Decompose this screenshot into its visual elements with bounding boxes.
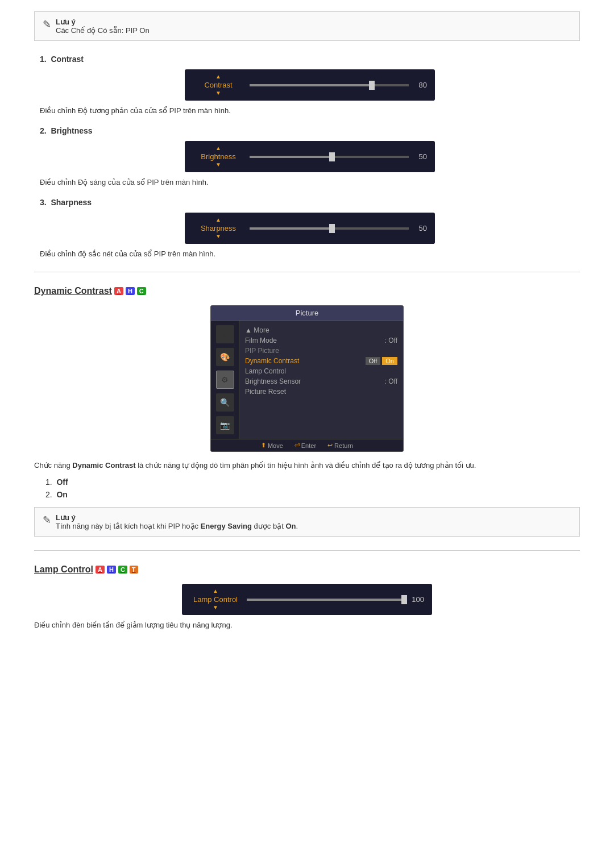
contrast-track xyxy=(250,84,409,86)
brightness-arrow-up[interactable]: ▲ xyxy=(215,146,221,151)
osd-item-pip-label: PIP Picture xyxy=(245,347,279,355)
dc-option-on: 2. On xyxy=(45,490,580,499)
osd-item-dc-label: Dynamic Contrast xyxy=(245,357,299,365)
badge-h: H xyxy=(126,287,135,295)
lamp-fill xyxy=(247,599,403,601)
osd-item-dynamic-contrast[interactable]: Dynamic Contrast Off On xyxy=(245,356,397,366)
osd-return-label: Return xyxy=(334,442,353,449)
osd-item-bs-label: Brightness Sensor xyxy=(245,377,301,385)
contrast-slider[interactable]: ▲ Contrast ▼ 80 xyxy=(185,69,435,101)
note-box-2: ✎ Lưu ý Tính năng này bị tắt kích hoạt k… xyxy=(34,507,580,537)
dynamic-contrast-heading: Dynamic Contrast A H C xyxy=(34,286,580,296)
note-label-1: Lưu ý xyxy=(56,18,76,26)
osd-footer-return: ↩ Return xyxy=(327,442,353,449)
osd-icon-color[interactable]: 🎨 xyxy=(216,348,234,366)
sharpness-track xyxy=(250,227,409,230)
brightness-description: Điều chỉnh Độ sáng của cửa sổ PIP trên m… xyxy=(40,178,580,186)
brightness-arrow-down[interactable]: ▼ xyxy=(215,162,221,168)
osd-move-icon: ⬆ xyxy=(261,442,266,449)
osd-menu: Picture 🖼 🎨 ⚙ 🔍 📷 ▲ More Film Mode : xyxy=(210,305,404,452)
sharpness-track-area: 50 xyxy=(250,224,427,232)
osd-icon-search[interactable]: 🔍 xyxy=(216,393,234,412)
sharpness-section: 3. Sharpness ▲ Sharpness ▼ 50 Điều chỉnh… xyxy=(34,198,580,258)
brightness-item: 2. Brightness ▲ Brightness ▼ 50 Điều chỉ… xyxy=(40,126,580,186)
osd-icon-settings[interactable]: ⚙ xyxy=(216,371,234,389)
osd-item-pip-picture[interactable]: PIP Picture xyxy=(245,346,397,356)
note-text-2: Tính năng này bị tắt kích hoạt khi PIP h… xyxy=(56,522,298,530)
osd-item-film-mode[interactable]: Film Mode : Off xyxy=(245,335,397,346)
contrast-arrow-down[interactable]: ▼ xyxy=(215,90,221,96)
divider-1 xyxy=(34,272,580,272)
lamp-thumb[interactable] xyxy=(401,595,407,604)
osd-item-more[interactable]: ▲ More xyxy=(245,325,397,335)
sharpness-value: 50 xyxy=(413,224,427,232)
osd-body: 🖼 🎨 ⚙ 🔍 📷 ▲ More Film Mode : Off PI xyxy=(211,321,403,439)
osd-item-brightness-sensor[interactable]: Brightness Sensor : Off xyxy=(245,376,397,387)
badge-c: C xyxy=(137,287,146,295)
sharpness-arrow-down[interactable]: ▼ xyxy=(215,234,221,239)
sharpness-item: 3. Sharpness ▲ Sharpness ▼ 50 Điều chỉnh… xyxy=(40,198,580,258)
osd-wrapper: Picture 🖼 🎨 ⚙ 🔍 📷 ▲ More Film Mode : xyxy=(34,305,580,452)
osd-sidebar: 🖼 🎨 ⚙ 🔍 📷 xyxy=(211,321,239,439)
lamp-arrow-up[interactable]: ▲ xyxy=(213,588,218,594)
lamp-value: 100 xyxy=(410,595,424,604)
osd-icon-picture[interactable]: 🖼 xyxy=(216,325,234,343)
osd-item-lamp-label: Lamp Control xyxy=(245,367,286,375)
divider-2 xyxy=(34,550,580,551)
osd-item-picture-reset[interactable]: Picture Reset xyxy=(245,387,397,397)
lamp-slider[interactable]: ▲ Lamp Control ▼ 100 xyxy=(182,584,432,615)
note-icon-2: ✎ xyxy=(43,514,51,526)
dynamic-contrast-section: Dynamic Contrast A H C Picture 🖼 🎨 ⚙ 🔍 📷 xyxy=(34,286,580,537)
lamp-control-heading: Lamp Control A H C T xyxy=(34,564,580,575)
osd-icon-camera[interactable]: 📷 xyxy=(216,416,234,434)
contrast-number: 1. Contrast xyxy=(40,55,580,64)
osd-footer-move: ⬆ Move xyxy=(261,442,283,449)
note-icon-1: ✎ xyxy=(43,18,51,31)
dynamic-contrast-options: 1. Off 2. On xyxy=(45,477,580,499)
note-text-1: Các Chế độ Có sẵn: PIP On xyxy=(56,26,150,35)
brightness-thumb[interactable] xyxy=(329,152,335,161)
osd-dc-off[interactable]: Off xyxy=(366,357,380,365)
badge-a: A xyxy=(114,287,123,295)
lamp-description: Điều chỉnh đèn biến tần để giảm lượng ti… xyxy=(34,621,580,629)
lamp-track-area: 100 xyxy=(247,595,424,604)
osd-move-label: Move xyxy=(268,442,283,449)
sharpness-thumb[interactable] xyxy=(329,224,335,233)
osd-return-icon: ↩ xyxy=(327,442,333,449)
sharpness-slider[interactable]: ▲ Sharpness ▼ 50 xyxy=(185,213,435,244)
note-content-2: Lưu ý Tính năng này bị tắt kích hoạt khi… xyxy=(56,513,298,530)
lamp-badge-a: A xyxy=(96,566,105,574)
contrast-fill xyxy=(250,84,369,86)
contrast-arrow-up[interactable]: ▲ xyxy=(215,74,221,80)
sharpness-number: 3. Sharpness xyxy=(40,198,580,207)
dynamic-contrast-title: Dynamic Contrast xyxy=(34,286,112,296)
brightness-track xyxy=(250,156,409,158)
contrast-label-area: ▲ Contrast ▼ xyxy=(193,74,244,96)
osd-item-film-mode-value: : Off xyxy=(385,337,397,344)
contrast-track-area: 80 xyxy=(250,81,427,89)
lamp-arrow-down[interactable]: ▼ xyxy=(213,605,218,610)
note-label-2: Lưu ý xyxy=(56,513,76,522)
contrast-label: Contrast xyxy=(204,81,232,89)
contrast-thumb[interactable] xyxy=(369,81,375,90)
lamp-label: Lamp Control xyxy=(193,595,238,604)
osd-item-dc-values: Off On xyxy=(366,357,397,365)
osd-enter-label: Enter xyxy=(301,442,316,449)
osd-item-more-label: ▲ More xyxy=(245,326,269,334)
osd-title: Picture xyxy=(296,309,318,317)
lamp-label-area: ▲ Lamp Control ▼ xyxy=(190,588,241,610)
osd-dc-on[interactable]: On xyxy=(382,357,397,365)
contrast-section: 1. Contrast ▲ Contrast ▼ 80 Điều chỉnh Đ… xyxy=(34,55,580,115)
osd-item-lamp-control[interactable]: Lamp Control xyxy=(245,366,397,376)
brightness-section: 2. Brightness ▲ Brightness ▼ 50 Điều chỉ… xyxy=(34,126,580,186)
dc-on-label: On xyxy=(56,490,67,499)
brightness-label: Brightness xyxy=(201,152,235,161)
contrast-value: 80 xyxy=(413,81,427,89)
osd-item-bs-value: : Off xyxy=(385,377,397,385)
sharpness-arrow-up[interactable]: ▲ xyxy=(215,217,221,223)
osd-item-pr-label: Picture Reset xyxy=(245,388,286,396)
dc-off-label: Off xyxy=(56,477,68,487)
brightness-slider[interactable]: ▲ Brightness ▼ 50 xyxy=(185,141,435,172)
osd-item-film-mode-label: Film Mode xyxy=(245,337,277,344)
lamp-control-section: Lamp Control A H C T ▲ Lamp Control ▼ 10… xyxy=(34,564,580,629)
